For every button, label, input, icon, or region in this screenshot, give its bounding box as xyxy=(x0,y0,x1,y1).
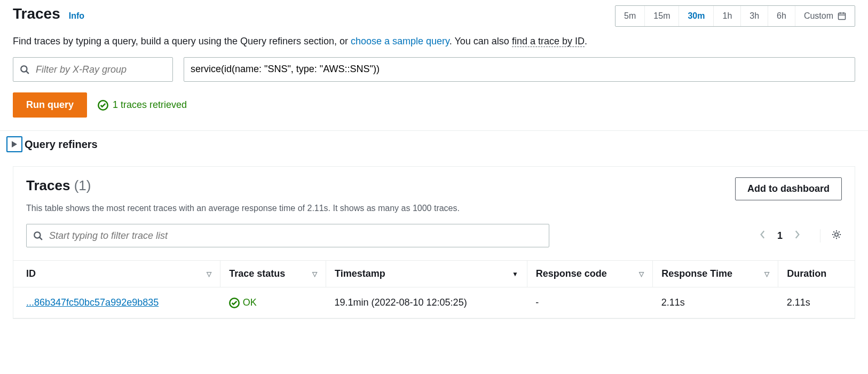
query-input[interactable]: service(id(name: "SNS", type: "AWS::SNS"… xyxy=(184,57,855,82)
query-refiners-label: Query refiners xyxy=(25,138,98,151)
calendar-icon xyxy=(838,12,846,20)
gear-icon xyxy=(831,229,842,240)
sort-icon: ▽ xyxy=(639,270,644,278)
traces-panel: Traces (1) Add to dashboard This table s… xyxy=(13,166,855,319)
sort-icon: ▽ xyxy=(764,270,769,278)
xray-group-filter-input[interactable] xyxy=(35,64,166,76)
description-text: Find traces by typing a query, build a q… xyxy=(0,27,868,49)
chevron-right-icon xyxy=(12,141,17,147)
chevron-right-icon xyxy=(793,230,801,239)
table-row: ...86b347fc50bc57a992e9b835 OK 19.1min (… xyxy=(13,287,855,318)
trace-list-filter-input[interactable] xyxy=(48,230,542,242)
traces-panel-subtitle: This table shows the most recent traces … xyxy=(13,200,855,213)
custom-label: Custom xyxy=(804,11,833,21)
trace-id-link[interactable]: ...86b347fc50bc57a992e9b835 xyxy=(26,297,159,308)
search-icon xyxy=(33,231,43,240)
col-duration[interactable]: Duration xyxy=(778,261,855,287)
choose-sample-query-link[interactable]: choose a sample query xyxy=(351,36,449,46)
time-option-3h[interactable]: 3h xyxy=(741,6,768,26)
time-option-15m[interactable]: 15m xyxy=(645,6,679,26)
sort-desc-icon: ▼ xyxy=(512,270,518,278)
add-to-dashboard-button[interactable]: Add to dashboard xyxy=(735,177,842,200)
find-trace-by-id-link[interactable]: find a trace by ID xyxy=(512,36,585,47)
sort-icon: ▽ xyxy=(312,270,317,278)
svg-line-8 xyxy=(40,237,42,240)
svg-point-4 xyxy=(21,66,27,72)
table-settings-button[interactable] xyxy=(820,229,842,243)
svg-point-9 xyxy=(835,232,838,236)
time-range-selector: 5m 15m 30m 1h 3h 6h Custom xyxy=(615,5,855,27)
col-id[interactable]: ID ▽ xyxy=(13,261,220,287)
time-option-6h[interactable]: 6h xyxy=(768,6,795,26)
sort-icon: ▽ xyxy=(207,270,211,278)
trace-duration: 2.11s xyxy=(778,287,855,318)
time-option-1h[interactable]: 1h xyxy=(714,6,741,26)
trace-response-code: - xyxy=(527,287,652,318)
trace-response-time: 2.11s xyxy=(653,287,778,318)
next-page-button[interactable] xyxy=(793,230,801,242)
col-response-code[interactable]: Response code ▽ xyxy=(527,261,652,287)
chevron-left-icon xyxy=(759,230,767,239)
check-circle-icon xyxy=(229,298,240,308)
search-icon xyxy=(20,65,29,74)
check-circle-icon xyxy=(98,100,108,111)
traces-table: ID ▽ Trace status ▽ Timestamp ▼ Response… xyxy=(13,260,855,318)
svg-point-7 xyxy=(34,232,40,238)
col-response-time[interactable]: Response Time ▽ xyxy=(653,261,778,287)
query-refiners-expand[interactable] xyxy=(6,136,22,152)
time-option-custom[interactable]: Custom xyxy=(795,6,855,26)
prev-page-button[interactable] xyxy=(759,230,767,242)
col-timestamp[interactable]: Timestamp ▼ xyxy=(326,261,527,287)
pagination: 1 xyxy=(759,229,842,243)
col-status[interactable]: Trace status ▽ xyxy=(220,261,326,287)
traces-panel-title: Traces (1) xyxy=(26,177,91,193)
trace-list-filter[interactable] xyxy=(26,224,549,247)
info-link[interactable]: Info xyxy=(69,11,84,21)
time-option-5m[interactable]: 5m xyxy=(616,6,645,26)
run-query-button[interactable]: Run query xyxy=(13,92,87,118)
svg-rect-0 xyxy=(839,13,846,20)
page-number: 1 xyxy=(777,230,783,241)
trace-status-ok: OK xyxy=(229,297,318,308)
trace-timestamp: 19.1min (2022-08-10 12:05:25) xyxy=(326,287,527,318)
svg-line-5 xyxy=(26,71,29,74)
traces-retrieved-status: 1 traces retrieved xyxy=(98,99,187,111)
time-option-30m[interactable]: 30m xyxy=(679,6,714,26)
page-title: Traces xyxy=(13,5,60,22)
xray-group-filter[interactable] xyxy=(13,57,173,82)
